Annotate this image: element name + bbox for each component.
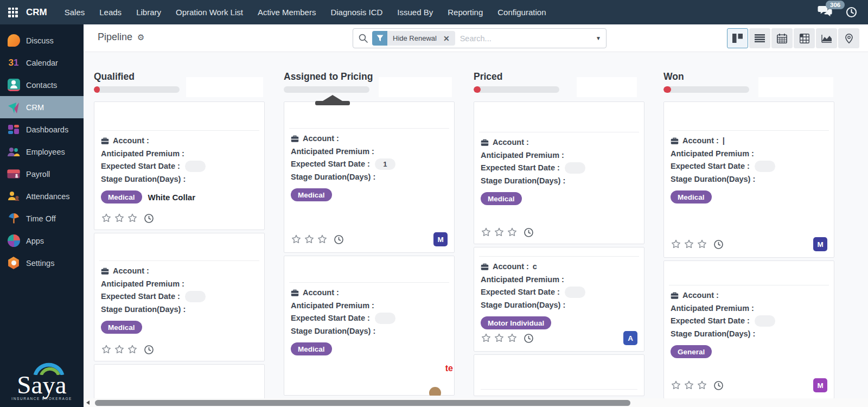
kanban-card[interactable]: Account :|Anticipated Premium :Expected … — [663, 101, 834, 258]
stage-duration-field: Stage Duration(Days) : — [291, 325, 448, 338]
star-icon[interactable] — [494, 227, 505, 238]
kanban-card[interactable]: Account :Anticipated Premium :Expected S… — [474, 101, 644, 244]
tag-pill-medical[interactable]: Medical — [291, 188, 332, 201]
sidebar-item-crm[interactable]: CRM — [0, 96, 84, 118]
activity-clock-icon[interactable] — [524, 227, 534, 238]
sidebar-item-attendances[interactable]: Attendances — [0, 185, 84, 207]
assignee-avatar[interactable]: M — [813, 378, 827, 392]
activity-clock-icon[interactable] — [524, 333, 534, 344]
star-icon[interactable] — [671, 380, 681, 391]
nav-item-sales[interactable]: Sales — [65, 8, 85, 17]
activity-clock-icon[interactable] — [713, 239, 724, 250]
nav-item-opration-work-list[interactable]: Opration Work List — [176, 8, 243, 17]
star-icon[interactable] — [114, 213, 125, 224]
kanban-columns: QualifiedAccount :Anticipated Premium :E… — [84, 52, 868, 398]
column-progress-bar[interactable] — [94, 86, 180, 93]
nav-item-issued-by[interactable]: Issued By — [397, 8, 433, 17]
gear-icon[interactable]: ⚙ — [137, 33, 144, 41]
search-dropdown-toggle[interactable]: ▼ — [591, 29, 606, 48]
star-icon[interactable] — [507, 333, 518, 344]
anticipated-premium-field: Anticipated Premium : — [291, 145, 448, 158]
assignee-avatar[interactable]: M — [813, 237, 827, 251]
activity-clock-icon[interactable] — [334, 234, 344, 245]
nav-item-library[interactable]: Library — [136, 8, 161, 17]
kanban-card[interactable]: Account :cAnticipated Premium :Expected … — [474, 247, 644, 352]
star-icon[interactable] — [507, 227, 518, 238]
view-button-list[interactable] — [749, 28, 770, 48]
star-icon[interactable] — [101, 344, 112, 355]
star-icon[interactable] — [304, 234, 315, 245]
apps-grid-icon[interactable] — [8, 8, 18, 17]
star-icon[interactable] — [494, 333, 505, 344]
star-icon[interactable] — [101, 213, 112, 224]
assignee-avatar[interactable]: A — [623, 331, 637, 345]
star-icon[interactable] — [671, 239, 681, 250]
sidebar-item-payroll[interactable]: Payroll — [0, 163, 84, 185]
column-progress-bar[interactable] — [663, 86, 749, 93]
app-brand[interactable]: CRM — [26, 7, 47, 18]
column-progress-bar[interactable] — [284, 86, 369, 93]
account-field: Account : — [671, 289, 827, 302]
tag-pill-medical[interactable]: Medical — [101, 190, 142, 204]
activity-clock-icon[interactable] — [144, 213, 154, 224]
view-button-graph[interactable] — [816, 28, 837, 48]
nav-item-reporting[interactable]: Reporting — [448, 8, 483, 17]
star-icon[interactable] — [317, 234, 328, 245]
kanban-card[interactable]: Account :Anticipated Premium :Expected S… — [94, 233, 265, 361]
sidebar-item-employees[interactable]: Employees — [0, 141, 84, 163]
search-input[interactable] — [455, 34, 591, 43]
kanban-card[interactable]: Account :Anticipated Premium :Expected S… — [663, 260, 834, 398]
red-note-text: te — [445, 364, 453, 373]
star-icon[interactable] — [127, 213, 138, 224]
kanban-card[interactable] — [94, 364, 265, 398]
sidebar-item-dashboards[interactable]: Dashboards — [0, 118, 84, 141]
tag-pill-medical[interactable]: Medical — [291, 342, 332, 355]
nav-item-active-members[interactable]: Active Members — [258, 8, 316, 17]
tag-pill-medical[interactable]: Medical — [481, 192, 522, 205]
sidebar-item-discuss[interactable]: Discuss — [0, 29, 84, 52]
sidebar-item-timeoff[interactable]: Time Off — [0, 207, 84, 230]
star-icon[interactable] — [127, 344, 138, 355]
anticipated-premium-field: Anticipated Premium : — [481, 149, 637, 162]
star-icon[interactable] — [291, 234, 302, 245]
sidebar-item-label: Settings — [26, 259, 54, 268]
scrollbar-thumb[interactable] — [95, 400, 630, 406]
star-icon[interactable] — [697, 239, 707, 250]
activity-clock-icon[interactable] — [144, 345, 154, 355]
kanban-card[interactable]: Account :Anticipated Premium :Expected S… — [94, 101, 265, 230]
briefcase-icon — [291, 289, 299, 297]
sidebar-item-calendar[interactable]: 31Calendar — [0, 52, 84, 74]
view-button-pivot[interactable] — [794, 28, 815, 48]
tag-pill-motor-individual[interactable]: Motor Individual — [481, 316, 551, 329]
nav-item-configuration[interactable]: Configuration — [497, 8, 546, 17]
kanban-card[interactable]: Account :Anticipated Premium :Expected S… — [284, 101, 455, 253]
star-icon[interactable] — [684, 380, 694, 391]
activity-clock-icon[interactable] — [713, 380, 724, 391]
assignee-avatar[interactable]: M — [433, 232, 448, 246]
sidebar-item-contacts[interactable]: Contacts — [0, 74, 84, 96]
tag-pill-general[interactable]: General — [671, 345, 712, 358]
scroll-left-arrow-icon[interactable] — [86, 400, 90, 405]
sidebar-item-apps[interactable]: Apps — [0, 230, 84, 252]
tag-pill-medical[interactable]: Medical — [671, 190, 712, 204]
view-button-calendar[interactable] — [771, 28, 793, 48]
messages-icon[interactable]: 306 — [818, 5, 833, 20]
view-button-kanban[interactable] — [727, 28, 748, 48]
nav-item-leads[interactable]: Leads — [99, 8, 122, 17]
star-icon[interactable] — [114, 344, 125, 355]
nav-item-diagnosis-icd[interactable]: Diagnosis ICD — [330, 8, 382, 17]
star-icon[interactable] — [697, 380, 707, 391]
kanban-card[interactable]: Account :Anticipated Premium :Expected S… — [284, 256, 455, 396]
tag-pill-medical[interactable]: Medical — [101, 321, 142, 334]
facet-remove-icon[interactable]: ✕ — [442, 34, 455, 43]
star-icon[interactable] — [684, 239, 694, 250]
activities-clock-icon[interactable] — [846, 7, 857, 18]
column-progress-bar[interactable] — [474, 86, 559, 93]
sidebar-item-label: CRM — [26, 103, 44, 112]
sidebar-item-settings[interactable]: Settings — [0, 252, 84, 274]
kanban-card[interactable] — [474, 354, 644, 396]
view-button-map[interactable] — [838, 28, 859, 48]
star-icon[interactable] — [481, 227, 492, 238]
star-icon[interactable] — [481, 333, 492, 344]
stage-duration-field: Stage Duration(Days) : — [481, 299, 637, 312]
